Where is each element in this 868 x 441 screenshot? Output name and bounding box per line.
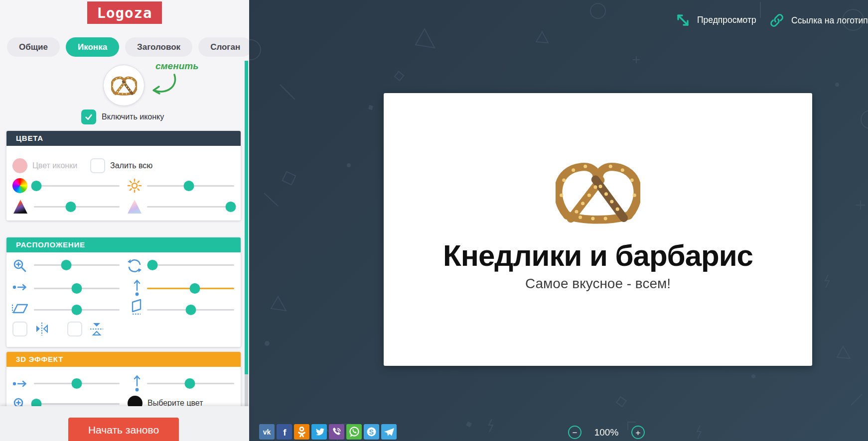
horizontal-position-slider-handle[interactable] xyxy=(72,283,82,294)
logo-title-text[interactable]: Кнедлики и барбарис xyxy=(443,238,753,273)
share-vk-button[interactable]: vk xyxy=(259,424,275,440)
curved-arrow-icon xyxy=(148,74,177,98)
svg-text:S: S xyxy=(369,428,374,436)
social-share-bar: vk f xyxy=(259,424,397,440)
telegram-icon xyxy=(381,424,397,440)
facebook-icon: f xyxy=(277,424,292,440)
share-whatsapp-button[interactable] xyxy=(346,424,362,440)
lightness-slider-handle[interactable] xyxy=(226,202,236,212)
brightness-slider[interactable] xyxy=(147,181,234,191)
sidebar-scrollbar-track[interactable] xyxy=(245,374,248,406)
effect3d-section-header: 3D ЭФФЕКТ xyxy=(6,352,241,367)
shift-horizontal-slider[interactable] xyxy=(34,378,120,389)
skew-vertical-icon xyxy=(129,298,144,316)
shift-horizontal-slider-handle[interactable] xyxy=(72,378,82,389)
preview-link-label: Предпросмотр xyxy=(697,15,756,25)
link-chain-icon xyxy=(769,12,785,28)
expand-arrows-icon xyxy=(675,12,691,28)
lightness-triangle-icon xyxy=(127,199,142,215)
saturation-triangle-icon xyxy=(13,199,28,215)
colors-section-header: ЦВЕТА xyxy=(6,131,241,146)
move-vertical-icon xyxy=(130,277,144,297)
share-telegram-button[interactable] xyxy=(381,424,397,440)
enable-icon-label: Включить иконку xyxy=(102,112,164,121)
move-horizontal-icon xyxy=(12,280,27,294)
odnoklassniki-icon xyxy=(294,424,309,440)
skew-horizontal-slider-handle[interactable] xyxy=(72,305,82,315)
position-section: РАСПОЛОЖЕНИЕ xyxy=(6,237,241,347)
change-icon-link[interactable]: сменить xyxy=(155,61,198,72)
tab-slogan[interactable]: Слоган xyxy=(198,37,252,57)
tab-title[interactable]: Заголовок xyxy=(125,37,192,57)
shift-vertical-slider[interactable] xyxy=(147,378,234,389)
restart-button[interactable]: Начать заново xyxy=(68,418,179,441)
skew-vertical-slider[interactable] xyxy=(147,305,234,315)
skype-icon: S xyxy=(364,424,379,440)
position-section-header: РАСПОЛОЖЕНИЕ xyxy=(6,237,241,252)
tab-bar: Общие Иконка Заголовок Слоган xyxy=(7,37,252,57)
vk-icon: vk xyxy=(259,424,275,440)
pretzel-logo-icon xyxy=(556,159,640,225)
logo-preview-card[interactable]: Кнедлики и барбарис Самое вкусное - всем… xyxy=(384,93,812,366)
icon-color-swatch[interactable] xyxy=(12,158,27,173)
shift-vertical-icon xyxy=(130,373,144,393)
logo-slogan-text[interactable]: Самое вкусное - всем! xyxy=(525,276,671,292)
tab-icon[interactable]: Иконка xyxy=(66,37,119,57)
check-icon xyxy=(84,112,94,122)
icon-color-label: Цвет иконки xyxy=(32,161,77,170)
zoom-control: − 100% + xyxy=(568,426,645,439)
share-twitter-button[interactable] xyxy=(311,424,327,440)
shift-horizontal-icon xyxy=(12,377,27,391)
zoom-in-button[interactable]: + xyxy=(631,426,645,439)
app-logo[interactable]: Logoza xyxy=(87,1,162,24)
enable-icon-checkbox[interactable] xyxy=(81,110,96,124)
color-wheel-icon xyxy=(12,178,27,193)
current-icon-preview[interactable] xyxy=(103,65,145,106)
scale-slider-handle[interactable] xyxy=(61,260,72,270)
fill-all-label: Залить всю xyxy=(110,161,152,170)
vertical-position-slider[interactable] xyxy=(147,283,234,294)
share-viber-button[interactable] xyxy=(329,424,344,440)
share-odnoklassniki-button[interactable] xyxy=(294,424,309,440)
viber-icon xyxy=(329,424,344,440)
sidebar-bottom-bar: Начать заново xyxy=(0,406,249,441)
brightness-icon xyxy=(127,178,143,194)
saturation-slider-handle[interactable] xyxy=(65,202,76,212)
logo-link[interactable]: Ссылка на логотип xyxy=(769,12,868,28)
zoom-out-button[interactable]: − xyxy=(568,426,581,439)
flip-vertical-icon xyxy=(89,322,104,336)
flip-horizontal-icon xyxy=(34,322,49,336)
share-facebook-button[interactable]: f xyxy=(277,424,292,440)
tab-general[interactable]: Общие xyxy=(7,37,60,57)
hue-slider-handle[interactable] xyxy=(31,181,42,191)
svg-text:f: f xyxy=(283,427,287,438)
shift-vertical-slider-handle[interactable] xyxy=(184,378,195,389)
zoom-scale-icon xyxy=(12,258,27,273)
skew-vertical-slider-handle[interactable] xyxy=(185,305,196,315)
colors-section: ЦВЕТА Цвет иконки Залить всю xyxy=(6,131,241,220)
share-skype-button[interactable]: S xyxy=(364,424,379,440)
flip-vertical-checkbox[interactable] xyxy=(67,322,82,336)
horizontal-position-slider[interactable] xyxy=(34,283,120,294)
twitter-icon xyxy=(311,424,327,440)
scale-slider[interactable] xyxy=(34,260,120,270)
hue-slider[interactable] xyxy=(34,181,120,191)
fill-all-checkbox[interactable] xyxy=(90,158,105,173)
pretzel-icon xyxy=(111,75,137,96)
sidebar-scrollbar[interactable] xyxy=(245,61,248,374)
brightness-slider-handle[interactable] xyxy=(184,181,194,191)
saturation-slider[interactable] xyxy=(34,202,120,212)
whatsapp-icon xyxy=(346,424,362,440)
svg-text:vk: vk xyxy=(263,428,271,436)
rotate-slider[interactable] xyxy=(147,260,234,270)
sidebar: Logoza Общие Иконка Заголовок Слоган xyxy=(0,0,249,441)
lightness-slider[interactable] xyxy=(147,202,234,212)
flip-horizontal-checkbox[interactable] xyxy=(12,322,27,336)
rotate-slider-handle[interactable] xyxy=(147,260,157,270)
skew-horizontal-icon xyxy=(11,301,28,316)
vertical-position-slider-handle[interactable] xyxy=(190,283,200,294)
skew-horizontal-slider[interactable] xyxy=(34,305,120,315)
rotate-icon xyxy=(127,258,143,274)
preview-link[interactable]: Предпросмотр xyxy=(675,12,756,28)
enable-icon-row: Включить иконку xyxy=(81,110,164,124)
